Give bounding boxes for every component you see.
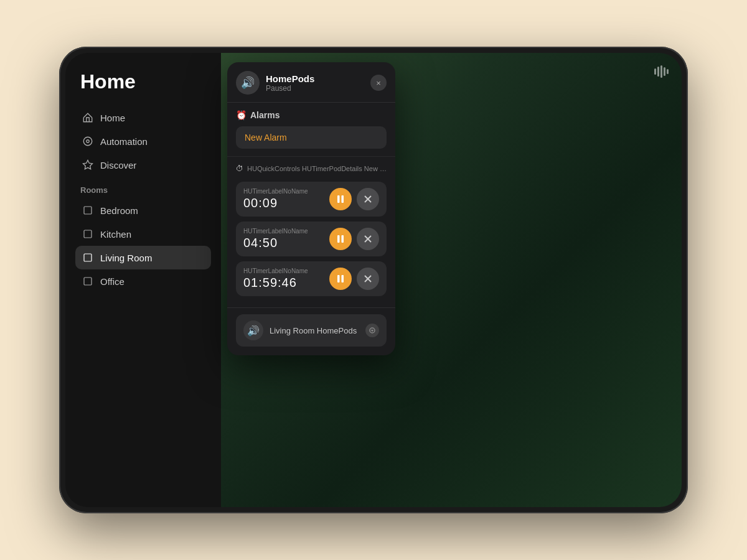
timer-3-controls [329,268,379,290]
homepods-status: Paused [266,84,370,93]
timer-3-left: HUTimerLabelNoName 01:59:46 [243,268,308,290]
timer-2-controls [329,228,379,250]
timer-1-label: HUTimerLabelNoName [243,188,308,195]
svg-rect-4 [84,230,92,238]
timer-2-time: 04:50 [243,236,308,250]
bedroom-label: Bedroom [100,205,138,216]
timer-header-icon: ⏱ [236,164,243,173]
living-room-label: Living Room [100,253,152,263]
sound-waves-icon [654,65,669,81]
timer-2-pause-button[interactable] [329,228,352,250]
kitchen-label: Kitchen [100,229,131,240]
svg-rect-6 [84,278,92,285]
timers-header: ⏱ HUQuickControls HUTimerPodDetails New … [236,161,387,177]
footer-chevron-icon [365,324,379,337]
svg-rect-17 [342,235,344,243]
svg-rect-10 [664,67,665,76]
automation-icon [82,135,94,147]
homepods-device-icon: 🔊 [236,71,260,95]
alarms-section: ⏰ Alarms New Alarm [227,103,395,154]
homepods-header: 🔊 HomePods Paused × [227,62,395,103]
close-button[interactable]: × [370,75,387,91]
svg-marker-2 [83,161,93,169]
kitchen-icon [82,228,94,240]
alarms-label: Alarms [250,110,280,120]
svg-rect-20 [337,275,340,282]
timer-1-cancel-button[interactable] [357,188,379,210]
modal-footer: 🔊 Living Room HomePods [227,307,395,355]
timer-3-pause-button[interactable] [329,268,352,290]
svg-rect-16 [337,235,340,243]
timer-1-pause-button[interactable] [329,188,352,210]
automation-label: Automation [100,136,148,147]
svg-rect-7 [654,68,656,75]
office-icon [82,275,94,287]
timers-header-text: HUQuickControls HUTimerPodDetails New HU… [247,165,387,172]
svg-rect-3 [84,207,92,214]
timer-2-label: HUTimerLabelNoName [243,228,308,235]
timer-2-left: HUTimerLabelNoName 04:50 [243,228,308,250]
tablet-frame: Home Home [59,47,688,513]
alarm-icon: ⏰ [236,110,247,120]
svg-point-1 [87,140,90,143]
timer-item-1: HUTimerLabelNoName 00:09 [236,182,387,217]
living-room-icon [82,251,94,264]
discover-label: Discover [100,160,136,170]
footer-device-label: Living Room HomePods [270,326,359,335]
sidebar-item-home[interactable]: Home [75,106,211,129]
timer-1-left: HUTimerLabelNoName 00:09 [243,188,308,210]
bedroom-icon [82,204,94,217]
sidebar-item-kitchen[interactable]: Kitchen [75,222,211,246]
sidebar-item-office[interactable]: Office [75,269,211,293]
svg-rect-8 [657,67,659,77]
timer-item-2: HUTimerLabelNoName 04:50 [236,222,387,256]
homepods-name: HomePods [266,73,370,84]
sidebar: Home Home [65,53,221,507]
timer-3-cancel-button[interactable] [357,268,379,290]
office-label: Office [100,276,125,287]
footer-device-icon: 🔊 [243,320,263,340]
new-alarm-button[interactable]: New Alarm [236,126,387,149]
timer-3-time: 01:59:46 [243,276,308,290]
svg-point-0 [83,137,92,146]
rooms-header: Rooms [75,177,211,198]
sidebar-item-bedroom[interactable]: Bedroom [75,198,211,222]
timer-3-label: HUTimerLabelNoName [243,268,308,274]
timer-1-controls [329,188,379,210]
tablet-screen: Home Home [65,53,682,507]
svg-rect-12 [337,195,340,203]
discover-icon [82,159,94,171]
footer-device-item[interactable]: 🔊 Living Room HomePods [236,314,387,347]
timer-1-time: 00:09 [243,196,308,210]
sidebar-item-automation[interactable]: Automation [75,129,211,153]
svg-rect-9 [660,65,662,78]
modal-popup: 🔊 HomePods Paused × ⏰ Alarms New Alarm [227,62,395,355]
svg-rect-13 [342,195,344,203]
timers-section: ⏱ HUQuickControls HUTimerPodDetails New … [227,156,395,307]
sidebar-item-discover[interactable]: Discover [75,153,211,177]
main-content: 🔊 HomePods Paused × ⏰ Alarms New Alarm [221,53,682,507]
alarms-header: ⏰ Alarms [236,110,387,120]
svg-rect-21 [342,275,344,282]
timer-2-cancel-button[interactable] [357,228,379,250]
svg-rect-5 [84,254,92,261]
homepods-info: HomePods Paused [266,73,370,93]
sidebar-title: Home [75,70,211,93]
svg-rect-11 [667,69,669,74]
home-icon [82,111,94,124]
sidebar-item-living-room[interactable]: Living Room [75,246,211,269]
timer-item-3: HUTimerLabelNoName 01:59:46 [236,261,387,296]
home-label: Home [100,113,125,123]
